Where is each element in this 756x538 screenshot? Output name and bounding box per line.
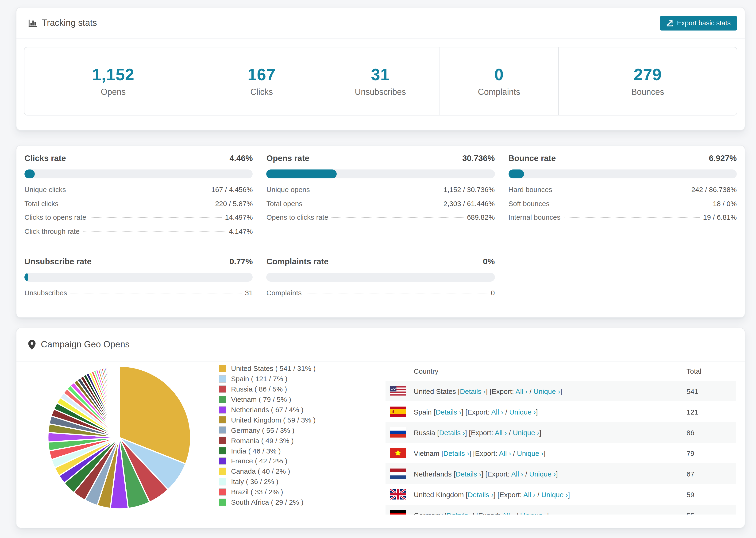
- export-unique-link[interactable]: Unique ›: [541, 490, 568, 498]
- legend-item-italy[interactable]: Italy ( 36 / 2% ): [219, 476, 383, 487]
- geo-opens-header: Campaign Geo Opens: [17, 328, 745, 361]
- details-link[interactable]: Details ›: [443, 449, 469, 457]
- legend-label: Netherlands ( 67 / 4% ): [231, 405, 303, 413]
- summary-value: 31: [371, 65, 390, 84]
- country-name: Spain: [414, 408, 434, 416]
- stat-row: Internal bounces19 / 6.81%: [508, 213, 737, 227]
- export-unique-link[interactable]: Unique ›: [513, 428, 539, 436]
- page-title-wrap: Tracking stats: [28, 18, 97, 28]
- summary-cell-complaints: 0Complaints: [440, 47, 559, 115]
- stat-label: Unique clicks: [25, 186, 66, 193]
- flag-nl-icon: [390, 468, 406, 479]
- export-all-link[interactable]: All ›: [511, 470, 523, 478]
- rate-value: 30.736%: [462, 153, 495, 163]
- legend-item-netherlands[interactable]: Netherlands ( 67 / 4% ): [219, 404, 383, 415]
- legend-item-russia[interactable]: Russia ( 86 / 5% ): [219, 384, 383, 394]
- export-unique-link[interactable]: Unique ›: [517, 449, 544, 457]
- rate-header: Complaints rate0%: [266, 257, 495, 267]
- bar-chart-icon: [28, 19, 37, 27]
- dotted-leader: [553, 203, 710, 204]
- rate-block-opens-rate: Opens rate30.736%Unique opens1,152 / 30.…: [266, 153, 495, 241]
- summary-value: 167: [247, 65, 276, 84]
- legend-item-spain[interactable]: Spain ( 121 / 7% ): [219, 374, 383, 384]
- dotted-leader: [306, 203, 440, 204]
- legend-item-romania[interactable]: Romania ( 49 / 3% ): [219, 435, 383, 446]
- legend-item-canada[interactable]: Canada ( 40 / 2% ): [219, 466, 383, 476]
- details-link[interactable]: Details ›: [460, 387, 486, 395]
- legend-item-brazil[interactable]: Brazil ( 33 / 2% ): [219, 487, 383, 497]
- export-basic-stats-button[interactable]: Export basic stats: [660, 16, 737, 30]
- summary-value: 279: [634, 65, 662, 84]
- details-link[interactable]: Details ›: [447, 511, 472, 514]
- country-name: United Kingdom: [414, 490, 466, 498]
- export-unique-link[interactable]: Unique ›: [529, 470, 556, 478]
- export-unique-link[interactable]: Unique ›: [520, 511, 547, 514]
- geo-table-row-nl: Netherlands [Details ›] [Export: All › /…: [386, 463, 736, 484]
- stat-label: Complaints: [266, 289, 302, 297]
- rate-title: Complaints rate: [266, 257, 329, 267]
- total-cell: 55: [686, 511, 736, 514]
- export-all-link[interactable]: All ›: [491, 408, 503, 416]
- legend-swatch: [219, 437, 226, 444]
- geo-table-rows: United States [Details ›] [Export: All ›…: [386, 381, 736, 514]
- summary-cell-clicks: 167Clicks: [203, 47, 321, 115]
- export-all-link[interactable]: All ›: [499, 449, 511, 457]
- geo-table-row-us: United States [Details ›] [Export: All ›…: [386, 381, 736, 402]
- country-name: Netherlands: [414, 470, 454, 478]
- country-cell: Vietnam [Details ›] [Export: All › / Uni…: [414, 449, 678, 457]
- summary-cell-unsubscribes: 31Unsubscribes: [321, 47, 440, 115]
- rate-block-clicks-rate: Clicks rate4.46%Unique clicks167 / 4.456…: [25, 153, 253, 241]
- export-all-link[interactable]: All ›: [502, 511, 514, 514]
- dotted-leader: [556, 190, 688, 190]
- country-cell: United States [Details ›] [Export: All ›…: [414, 387, 678, 395]
- dotted-leader: [89, 217, 222, 218]
- geo-opens-legend: United States ( 541 / 31% )Spain ( 121 /…: [219, 363, 383, 507]
- rate-title: Opens rate: [266, 153, 309, 163]
- details-link[interactable]: Details ›: [439, 428, 465, 436]
- rate-value: 4.46%: [229, 153, 253, 163]
- legend-item-india[interactable]: India ( 46 / 3% ): [219, 446, 383, 456]
- rate-progress-fill: [508, 170, 524, 178]
- export-all-link[interactable]: All ›: [515, 387, 528, 395]
- stat-value: 1,152 / 30.736%: [444, 186, 495, 193]
- stat-row: Unique clicks167 / 4.456%: [25, 186, 253, 199]
- stat-row: Hard bounces242 / 86.738%: [508, 186, 737, 199]
- flag-ru-icon: [390, 427, 406, 438]
- legend-item-south-africa[interactable]: South Africa ( 29 / 2% ): [219, 497, 383, 507]
- country-cell: Germany [Details ›] [Export: All › / Uni…: [414, 511, 678, 514]
- legend-item-germany[interactable]: Germany ( 55 / 3% ): [219, 425, 383, 435]
- stat-label: Internal bounces: [508, 213, 561, 221]
- export-all-link[interactable]: All ›: [495, 428, 507, 436]
- legend-label: France ( 42 / 2% ): [231, 457, 287, 465]
- tracking-stats-page: Tracking stats Export basic stats 1,152O…: [0, 0, 756, 538]
- rate-progress-track: [266, 273, 495, 282]
- legend-swatch: [219, 478, 226, 485]
- rate-progress-track: [25, 170, 253, 178]
- legend-item-france[interactable]: France ( 42 / 2% ): [219, 456, 383, 466]
- export-all-link[interactable]: All ›: [523, 490, 536, 498]
- details-link[interactable]: Details ›: [456, 470, 481, 478]
- map-pin-icon: [28, 340, 36, 350]
- legend-label: Brazil ( 33 / 2% ): [231, 488, 283, 496]
- stat-row: Click through rate4.147%: [25, 227, 253, 241]
- legend-item-united-states[interactable]: United States ( 541 / 31% ): [219, 363, 383, 374]
- rate-title: Unsubscribe rate: [25, 257, 91, 267]
- stat-row: Unsubscribes31: [25, 289, 253, 302]
- rate-block-bounce-rate: Bounce rate6.927%Hard bounces242 / 86.73…: [508, 153, 737, 241]
- details-link[interactable]: Details ›: [468, 490, 494, 498]
- stat-value: 31: [245, 289, 253, 297]
- geo-table-row-de: Germany [Details ›] [Export: All › / Uni…: [386, 505, 736, 514]
- geo-table-header: Country Total: [386, 361, 736, 381]
- legend-item-united-kingdom[interactable]: United Kingdom ( 59 / 3% ): [219, 415, 383, 425]
- total-cell: 86: [686, 428, 736, 436]
- stat-value: 167 / 4.456%: [211, 186, 253, 193]
- dotted-leader: [305, 293, 488, 294]
- flag-gb-icon: [390, 489, 406, 500]
- stat-label: Hard bounces: [508, 186, 552, 193]
- export-unique-link[interactable]: Unique ›: [509, 408, 536, 416]
- export-unique-link[interactable]: Unique ›: [533, 387, 560, 395]
- dotted-leader: [69, 190, 208, 190]
- legend-item-vietnam[interactable]: Vietnam ( 79 / 5% ): [219, 394, 383, 404]
- legend-label: Canada ( 40 / 2% ): [231, 467, 290, 475]
- details-link[interactable]: Details ›: [436, 408, 461, 416]
